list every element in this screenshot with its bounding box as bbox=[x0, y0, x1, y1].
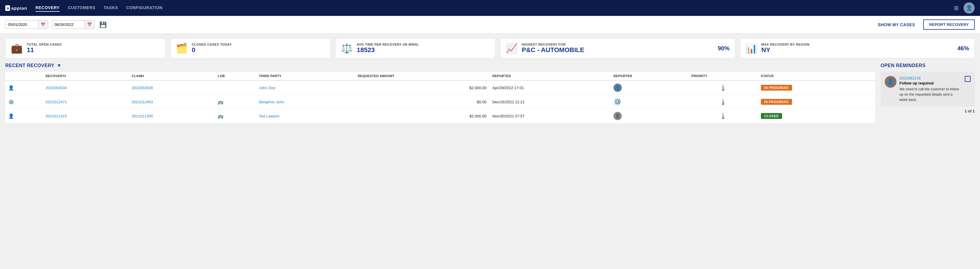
recovery-table: RECOVERY# CLAIM# LOB THIRD PARTY REQUEST… bbox=[5, 72, 875, 123]
row-icon-cell: 👤 bbox=[5, 80, 43, 95]
status-badge: CLOSED bbox=[761, 113, 782, 119]
lob-cell: 🚌 bbox=[215, 95, 256, 109]
reminder-checkbox[interactable] bbox=[965, 76, 970, 82]
row-icon-cell: 👤 bbox=[5, 109, 43, 123]
scale-icon: ⚖️ bbox=[341, 43, 353, 54]
stat-label: HIGHEST RECOVERY FOR bbox=[522, 43, 584, 46]
date-from-wrap: 📅 bbox=[5, 20, 48, 29]
claim-link[interactable]: 2022002508 bbox=[132, 86, 153, 90]
logo-text: a bbox=[5, 5, 10, 11]
status-badge: IN PROGRESS bbox=[761, 99, 792, 105]
claim-number-cell: 2022002508 bbox=[129, 80, 215, 95]
col-lob: LOB bbox=[215, 72, 256, 80]
priority-cell: 🌡️ bbox=[689, 109, 758, 123]
claim-link[interactable]: 2021011395 bbox=[132, 114, 153, 118]
recovery-link[interactable]: 2021012471 bbox=[46, 100, 67, 104]
grid-icon[interactable]: ⊞ bbox=[954, 5, 959, 11]
stat-info: TOTAL OPEN CASES 11 bbox=[27, 43, 62, 54]
stat-info: AVG TIME PER RECOVERY (IN MINS) 18523 bbox=[357, 43, 418, 54]
save-button[interactable]: 💾 bbox=[98, 20, 108, 29]
third-party-link[interactable]: John Doe bbox=[259, 86, 275, 90]
stat-label: CLOSED CASES TODAY bbox=[192, 43, 232, 46]
stat-max-recovery-region: 📊 MAX RECOVERY BY REGION NY 46% bbox=[740, 38, 975, 58]
reporter-cell: 👤 bbox=[611, 80, 689, 95]
stat-value: P&C - AUTOMOBILE bbox=[522, 46, 584, 54]
person-row-icon: 👤 bbox=[8, 85, 14, 90]
col-recovery: RECOVERY# bbox=[43, 72, 129, 80]
nav-item-customers[interactable]: CUSTOMERS bbox=[68, 4, 95, 12]
third-party-cell: John Doe bbox=[256, 80, 355, 95]
top-navigation: a appian RECOVERY CUSTOMERS TASKS CONFIG… bbox=[0, 0, 980, 16]
third-party-cell: Ted Lawson bbox=[256, 109, 355, 123]
reported-date-cell: Nov/30/2021 07:57 bbox=[489, 109, 611, 123]
person-row-icon: 👤 bbox=[8, 114, 14, 119]
stat-cards: 💼 TOTAL OPEN CASES 11 🗂️ CLOSED CASES TO… bbox=[0, 33, 980, 63]
stat-total-open-cases: 💼 TOTAL OPEN CASES 11 bbox=[5, 38, 165, 58]
date-to-picker[interactable]: 📅 bbox=[84, 21, 94, 29]
status-cell: IN PROGRESS bbox=[758, 80, 875, 95]
stat-info: CLOSED CASES TODAY 0 bbox=[192, 43, 232, 54]
nav-right: ⊞ 👤 bbox=[954, 2, 975, 14]
col-status: STATUS bbox=[758, 72, 875, 80]
recovery-number-cell: 2022004534 bbox=[43, 80, 129, 95]
recent-recovery-section: RECENT RECOVERY ▼ RECOVERY# CLAIM# LOB T… bbox=[5, 63, 875, 123]
reminder-title: Follow up required bbox=[899, 81, 962, 85]
show-my-cases-button[interactable]: SHOW MY CASES bbox=[873, 20, 920, 29]
nav-menu: RECOVERY CUSTOMERS TASKS CONFIGURATION bbox=[36, 4, 954, 12]
third-party-cell: Benjamin John bbox=[256, 95, 355, 109]
reporter-cell: ⚙️ bbox=[611, 95, 689, 109]
recovery-link[interactable]: 2022004534 bbox=[46, 86, 67, 90]
third-party-link[interactable]: Ted Lawson bbox=[259, 114, 279, 118]
third-party-link[interactable]: Benjamin John bbox=[259, 100, 284, 104]
row-icon-cell: ⚙️ bbox=[5, 95, 43, 109]
status-cell: IN PROGRESS bbox=[758, 95, 875, 109]
table-header-row: RECOVERY# CLAIM# LOB THIRD PARTY REQUEST… bbox=[5, 72, 875, 80]
stat-value: NY bbox=[762, 46, 810, 54]
stat-pct: 46% bbox=[957, 45, 969, 52]
stat-value: 0 bbox=[192, 46, 232, 54]
user-avatar[interactable]: 👤 bbox=[964, 2, 975, 14]
reporter-cell: 👤 bbox=[611, 109, 689, 123]
date-to-wrap: 📅 bbox=[52, 20, 95, 29]
claim-link[interactable]: 2021012463 bbox=[132, 100, 153, 104]
col-icon bbox=[5, 72, 43, 80]
col-amount: REQUESTED AMOUNT bbox=[355, 72, 489, 80]
nav-item-tasks[interactable]: TASKS bbox=[103, 4, 118, 12]
nav-item-recovery[interactable]: RECOVERY bbox=[36, 4, 60, 12]
toolbar: 📅 📅 💾 SHOW MY CASES REPORT RECOVERY bbox=[0, 16, 980, 33]
recovery-number-cell: 2021011415 bbox=[43, 109, 129, 123]
col-reporter: REPORTER bbox=[611, 72, 689, 80]
date-from-input[interactable] bbox=[6, 21, 38, 29]
section-header: RECENT RECOVERY ▼ bbox=[5, 63, 875, 68]
reminder-body: 2021001216 Follow up required We need to… bbox=[899, 76, 962, 102]
filter-icon[interactable]: ▼ bbox=[57, 63, 62, 68]
stat-label: TOTAL OPEN CASES bbox=[27, 43, 62, 46]
briefcase2-icon: 🗂️ bbox=[176, 43, 188, 54]
reminder-id-link[interactable]: 2021001216 bbox=[899, 76, 962, 80]
recovery-number-cell: 2021012471 bbox=[43, 95, 129, 109]
main-content: RECENT RECOVERY ▼ RECOVERY# CLAIM# LOB T… bbox=[0, 63, 980, 128]
stat-value: 18523 bbox=[357, 46, 418, 54]
gear-row-icon: ⚙️ bbox=[8, 99, 14, 105]
lob-cell: 🚌 bbox=[215, 109, 256, 123]
stat-pct: 90% bbox=[718, 45, 729, 52]
reminder-text: We need to call the customer to follow u… bbox=[899, 86, 962, 102]
col-third-party: THIRD PARTY bbox=[256, 72, 355, 80]
recovery-link[interactable]: 2021011415 bbox=[46, 114, 67, 118]
claim-number-cell: 2021012463 bbox=[129, 95, 215, 109]
briefcase-icon: 💼 bbox=[11, 43, 23, 54]
date-to-input[interactable] bbox=[52, 21, 84, 29]
reminder-avatar: 👤 bbox=[885, 76, 896, 88]
stat-value: 11 bbox=[27, 46, 62, 54]
lob-cell bbox=[215, 80, 256, 95]
priority-orange-icon: 🌡️ bbox=[719, 113, 727, 119]
nav-item-configuration[interactable]: CONFIGURATION bbox=[126, 4, 163, 12]
bar-chart-icon: 📊 bbox=[746, 43, 757, 54]
reporter-gear-icon: ⚙️ bbox=[614, 98, 622, 105]
report-recovery-button[interactable]: REPORT RECOVERY bbox=[923, 19, 975, 30]
stat-closed-cases-today: 🗂️ CLOSED CASES TODAY 0 bbox=[170, 38, 331, 58]
reported-date-cell: Apr/29/2022 17:01 bbox=[489, 80, 611, 95]
date-from-picker[interactable]: 📅 bbox=[38, 21, 48, 29]
table-row: 👤20210114152021011395🚌Ted Lawson$2,000.0… bbox=[5, 109, 875, 123]
reminder-pagination: 1 of 1 bbox=[881, 109, 975, 113]
